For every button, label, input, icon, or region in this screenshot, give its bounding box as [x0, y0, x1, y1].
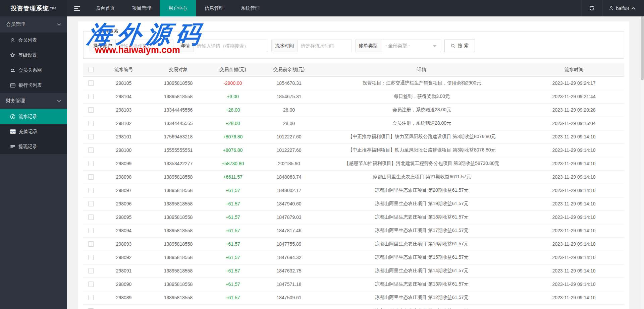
row-checkbox[interactable] [88, 174, 94, 180]
tab-projects[interactable]: 项目管理 [123, 0, 160, 16]
tab-system[interactable]: 系统管理 [232, 0, 268, 16]
cell-flow-id: 298104 [99, 90, 149, 103]
cell-flow-id: 298094 [99, 224, 149, 237]
cell-flow-id: 298101 [99, 130, 149, 143]
row-checkbox[interactable] [88, 134, 94, 139]
refresh-icon [589, 5, 595, 11]
sidebar-item-bank-cards[interactable]: 银行卡列表 [0, 78, 67, 93]
cell-trade-target: 13895818558 [149, 170, 208, 184]
yen-circle-icon [10, 114, 15, 119]
col-flow-time: 流水时间 [524, 63, 624, 76]
field-flow-time: 流水时间 [271, 40, 352, 52]
cell-pre-balance: 1847879.03 [258, 210, 320, 224]
cell-flow-time: 2023-11-29 09:15:04 [524, 117, 624, 130]
table-row: 29809913353422277+58730.80202185.90【感恩节加… [83, 157, 624, 170]
cell-trade-target: 17569453218 [149, 130, 208, 143]
user-icon [609, 6, 614, 11]
sidebar-item-label: 等级设置 [18, 52, 37, 58]
cell-detail: 凉都山阿里生态农庄项目 第18期收益61.57元 [320, 210, 524, 224]
sidebar-group-member[interactable]: 会员管理 [0, 16, 67, 33]
cell-trade-amount: +61.57 [208, 210, 258, 224]
search-button[interactable]: 搜 索 [444, 40, 475, 52]
sidebar-toggle-icon[interactable] [67, 0, 87, 16]
cell-detail: 凉都山阿里生态农庄项目 第13期收益61.57元 [320, 277, 524, 291]
sidebar-item-member-network[interactable]: 会员关系网 [0, 63, 67, 78]
cell-flow-time: 2023-11-29 09:24:17 [524, 76, 624, 90]
cell-flow-id: 298102 [99, 117, 149, 130]
users-icon [10, 68, 15, 73]
cell-trade-amount: +8076.80 [208, 130, 258, 143]
cell-flow-id: 298090 [99, 277, 149, 291]
sidebar-item-recharge-records[interactable]: PayPal 充值记录 [0, 124, 67, 139]
table-row: 29809813895818558+6611.571848063.74凉都山阿里… [83, 170, 624, 184]
detail-input[interactable] [194, 40, 268, 52]
cell-flow-time: 2023-11-29 09:14:10 [524, 291, 624, 304]
cell-flow-id: 298096 [99, 197, 149, 210]
cell-trade-amount: +58730.80 [208, 157, 258, 170]
row-checkbox[interactable] [88, 295, 94, 300]
cell-flow-id: 298092 [99, 251, 149, 264]
cell-pre-balance: 28.00 [258, 103, 320, 117]
sidebar-group-label: 财务管理 [6, 98, 25, 104]
row-checkbox[interactable] [88, 188, 94, 193]
row-checkbox[interactable] [88, 255, 94, 260]
operator-account-input[interactable] [116, 40, 173, 52]
cell-trade-target: 13344445555 [149, 117, 208, 130]
bill-type-select[interactable]: - 全部类型 - [381, 40, 441, 52]
dropdown-arrow-icon [433, 45, 437, 47]
sidebar-item-member-list[interactable]: 会员列表 [0, 33, 67, 48]
cell-flow-time: 2023-11-29 09:14:10 [524, 277, 624, 291]
sidebar-item-level-settings[interactable]: 等级设置 [0, 48, 67, 63]
operator-account-label: 操作账户 [90, 40, 116, 52]
vertical-scrollbar[interactable] [641, 16, 644, 309]
row-checkbox[interactable] [88, 161, 94, 166]
row-checkbox[interactable] [88, 147, 94, 153]
row-checkbox[interactable] [88, 94, 94, 99]
row-checkbox[interactable] [88, 241, 94, 247]
table-row: 29810213344445555+28.0028.00会员注册，系统赠送28.… [83, 117, 624, 130]
sidebar-group-finance[interactable]: 财务管理 [0, 93, 67, 109]
bank-card-icon [10, 83, 15, 88]
row-checkbox[interactable] [88, 201, 94, 206]
field-detail: 详情 [177, 40, 268, 52]
cell-trade-amount: +61.57 [208, 277, 258, 291]
cell-flow-time: 2023-11-29 09:14:10 [524, 224, 624, 237]
cell-flow-time: 2023-11-29 09:21:44 [524, 90, 624, 103]
table-header-row: 流水编号 交易对象 交易金额(元) 交易前余额(元) 详情 流水时间 [83, 63, 624, 76]
cell-flow-time: 2023-11-29 09:14:10 [524, 264, 624, 277]
tab-user-center[interactable]: 用户中心 [160, 0, 196, 16]
sidebar-item-flow-records[interactable]: 流水记录 [0, 109, 67, 124]
table-row: 29809613895818558+61.571847940.60凉都山阿里生态… [83, 197, 624, 210]
row-checkbox[interactable] [88, 282, 94, 287]
cell-trade-target: 13895818558 [149, 264, 208, 277]
user-menu[interactable]: baifu8 [603, 0, 644, 16]
row-checkbox[interactable] [88, 107, 94, 113]
tab-information[interactable]: 信息管理 [196, 0, 232, 16]
select-all-checkbox[interactable] [88, 67, 94, 72]
table-row: 29810313344445556+28.0028.00会员注册，系统赠送28.… [83, 103, 624, 117]
cell-flow-id: 298095 [99, 210, 149, 224]
cell-trade-target: 13895818558 [149, 210, 208, 224]
cell-flow-time: 2023-11-29 09:14:10 [524, 157, 624, 170]
cell-detail: 凉都山阿里生态农庄项目 第19期收益61.57元 [320, 197, 524, 210]
cell-flow-id: 298093 [99, 237, 149, 251]
row-checkbox[interactable] [88, 214, 94, 220]
cell-pre-balance: 202185.90 [258, 157, 320, 170]
scrollbar-thumb[interactable] [641, 16, 644, 80]
topbar: 投资管理系统 TP6 后台首页 项目管理 用户中心 信息管理 系统管理 baif… [0, 0, 644, 16]
sidebar-item-withdraw-records[interactable]: 提现记录 [0, 139, 67, 154]
tab-home[interactable]: 后台首页 [87, 0, 123, 16]
cell-trade-target: 13895818558 [149, 237, 208, 251]
row-checkbox[interactable] [88, 228, 94, 233]
cell-detail: 凉都山阿里生态农庄项目 第20期收益61.57元 [320, 184, 524, 197]
cell-trade-amount: +3.00 [208, 90, 258, 103]
row-checkbox[interactable] [88, 268, 94, 273]
flow-time-input[interactable] [298, 40, 352, 52]
cell-flow-time: 2023-11-29 09:14:10 [524, 304, 624, 309]
refresh-button[interactable] [581, 0, 603, 16]
row-checkbox[interactable] [88, 121, 94, 126]
content-area: 海外源码 www.haiwaiym.com 条件搜索 操作账户 详情 流水时间 [67, 16, 644, 309]
sidebar-item-label: 银行卡列表 [18, 82, 42, 88]
cell-detail: 凉都山阿里生态农庄项目 第16期收益61.57元 [320, 237, 524, 251]
row-checkbox[interactable] [88, 80, 94, 86]
